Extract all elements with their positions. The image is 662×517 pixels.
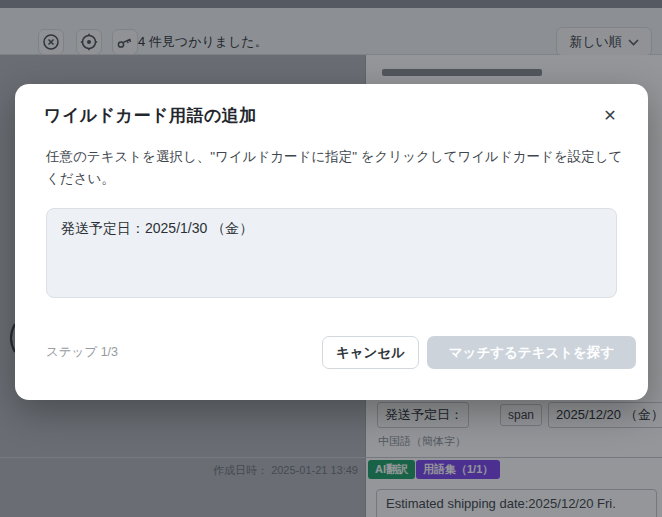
text-selection-area[interactable]: 発送予定日：2025/1/30 （金） [46,208,617,298]
app-window: 4 件見つかりました。 新しい順 発送予定日： span 2025/12/20 … [0,0,662,517]
close-button[interactable]: ✕ [595,100,625,130]
add-wildcard-term-dialog: ワイルドカード用語の追加 ✕ 任意のテキストを選択し、"ワイルドカードに指定" … [15,84,648,400]
dialog-description: 任意のテキストを選択し、"ワイルドカードに指定" をクリックしてワイルドカードを… [46,146,624,190]
step-indicator: ステップ 1/3 [46,344,118,361]
close-icon: ✕ [603,106,616,125]
selected-source-text: 発送予定日：2025/1/30 （金） [61,220,253,236]
cancel-button[interactable]: キャンセル [322,336,419,369]
find-matching-text-button[interactable]: マッチするテキストを探す [427,336,636,369]
dialog-title: ワイルドカード用語の追加 [44,104,257,127]
